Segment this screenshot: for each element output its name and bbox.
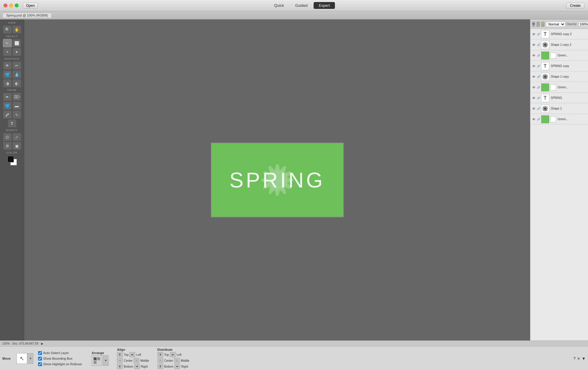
dodge-tool[interactable]: ◑ (3, 79, 12, 87)
layer-visibility-toggle[interactable]: 👁 (532, 96, 536, 100)
layer-name: Shape 1 copy (551, 75, 587, 78)
eye-tool[interactable]: 👁 (3, 61, 12, 70)
show-highlight-checkbox: Show Highlight on Rollover (38, 362, 82, 366)
brush-tool[interactable]: ✒ (3, 93, 12, 101)
eye-icon: 👁 (532, 22, 535, 27)
opacity-input[interactable]: 100% (579, 22, 588, 27)
heal-tool[interactable]: ✏ (12, 61, 21, 70)
nav-guided[interactable]: Guided (290, 2, 313, 9)
options-row: Move ↖ ▼ Auto Select Layer Show Bounding… (2, 348, 586, 369)
dist-middle-button[interactable]: ↕ (174, 358, 180, 363)
show-highlight-input[interactable] (38, 362, 42, 366)
main-layout: VIEW 🔍 ✋ SELECT ↖ ⬜ ⌖ ✦ ENHANCE 👁 ✏ 🪣 💧 … (0, 19, 588, 340)
layer-item[interactable]: 👁 🔗 Green... (530, 50, 588, 61)
expand-icon[interactable]: ▶ (41, 342, 43, 345)
maximize-button[interactable] (15, 4, 19, 7)
hand-tool[interactable]: ✋ (12, 25, 21, 34)
layer-visibility-toggle[interactable]: 👁 (532, 107, 536, 111)
layer-item[interactable]: 👁 🔗 Shape 1 copy (530, 71, 588, 82)
section-draw: DRAW (0, 88, 24, 92)
auto-select-input[interactable] (38, 351, 42, 355)
arrange-dropdown[interactable]: ▼ (103, 355, 109, 366)
tab-spring-psd[interactable]: Spring.psd @ 100% (RGB/8) (2, 13, 52, 18)
align-top-button[interactable]: ⬆ (117, 352, 123, 357)
minimize-button[interactable] (9, 4, 13, 7)
nav-expert[interactable]: Expert (314, 2, 335, 9)
layer-thumbnail (541, 73, 549, 81)
layer-visibility-toggle[interactable]: 👁 (532, 53, 536, 58)
layer-visibility-toggle[interactable]: 👁 (532, 85, 536, 89)
align-left-button[interactable]: ⬅ (129, 352, 135, 357)
align-center-label: Center (124, 359, 133, 362)
layer-visibility-toggle[interactable]: 👁 (532, 75, 536, 79)
move-tool[interactable]: ↖ (3, 39, 12, 47)
move-tool-dropdown[interactable]: ▼ (27, 353, 33, 364)
layer-visibility-toggle[interactable]: 👁 (532, 64, 536, 68)
crop-tool[interactable]: ⊡ (3, 133, 12, 141)
text-tool[interactable]: T (8, 119, 17, 128)
layer-item[interactable]: 👁 🔗 Shape 1 (530, 103, 588, 114)
align-right-label: Right (141, 365, 148, 368)
layer-visibility-toggle[interactable]: 👁 (532, 117, 536, 121)
layer-item[interactable]: 👁 🔗 Shape 1 copy 2 (530, 40, 588, 50)
blur-tool[interactable]: 💧 (12, 70, 21, 79)
open-button[interactable]: Open (23, 3, 38, 9)
layer-visibility-toggle[interactable]: 👁 (532, 43, 536, 47)
arrange-icons: ▼ (92, 355, 109, 366)
distribute-buttons: ⬆ Top ⬅ Left ↔ Center ↕ Middle ⬇ Bottom … (157, 352, 189, 369)
panel-menu-icon[interactable]: ≡ (577, 356, 580, 361)
shape-tool[interactable]: ▬ (12, 102, 21, 110)
zoom-tool[interactable]: 🔍 (3, 25, 12, 34)
dist-row2: ↔ Center ↕ Middle (157, 358, 189, 363)
eyedropper-tool[interactable]: 💉 (3, 110, 12, 119)
dist-top-button[interactable]: ⬆ (157, 352, 163, 357)
create-button[interactable]: Create (566, 3, 584, 9)
layer-item[interactable]: 👁 🔗 T SPRING copy 2 (530, 29, 588, 40)
layer-item[interactable]: 👁 🔗 T SPRING (530, 93, 588, 103)
show-bounding-input[interactable] (38, 357, 42, 361)
paint-bucket-tool[interactable]: 🪣 (3, 102, 12, 110)
align-center-h-button[interactable]: ↔ (117, 358, 123, 363)
arrange-title: Arrange (92, 351, 107, 355)
transform-tool[interactable]: ⤢ (12, 133, 21, 141)
auto-select-label: Auto Select Layer (43, 351, 69, 355)
select-tools: ↖ ⬜ (0, 39, 24, 47)
chevron-down-icon[interactable]: ▼ (582, 356, 586, 361)
burn-tool[interactable]: ◐ (12, 79, 21, 87)
enhance-tools2: 🪣 💧 (0, 70, 24, 79)
clone-tool[interactable]: 🪣 (3, 70, 12, 79)
close-button[interactable] (4, 4, 7, 7)
help-icon[interactable]: ? (573, 356, 576, 361)
layer-name: SPRING copy (551, 64, 587, 68)
move-tool-icon[interactable]: ↖ (17, 353, 27, 364)
layer-item[interactable]: 👁 🔗 Green... (530, 114, 588, 125)
magic-wand-tool[interactable]: ✦ (12, 48, 21, 56)
layer-mask-thumbnail (550, 84, 556, 90)
gradient-tool[interactable]: ∿ (12, 110, 21, 119)
align-right-button[interactable]: ➡ (134, 364, 140, 369)
layer-item[interactable]: 👁 🔗 T SPRING copy (530, 61, 588, 71)
dist-bottom-button[interactable]: ⬇ (157, 364, 163, 369)
settings-tool[interactable]: ⚙ (3, 142, 12, 150)
align-bottom-button[interactable]: ⬇ (117, 364, 123, 369)
lasso-tool[interactable]: ⌖ (3, 48, 12, 56)
align-middle-button[interactable]: ↕ (133, 358, 139, 363)
doc-size: Doc: 675.0K/667.5K (12, 342, 39, 345)
layer-thumbnail (541, 41, 549, 49)
section-view: VIEW (0, 21, 24, 25)
nav-quick[interactable]: Quick (269, 2, 289, 9)
eraser-tool[interactable]: ⌦ (12, 93, 21, 101)
dist-center-button[interactable]: ↔ (157, 358, 163, 363)
dist-left-button[interactable]: ⬅ (170, 352, 176, 357)
recompose-tool[interactable]: ▣ (12, 142, 21, 150)
layer-visibility-toggle[interactable]: 👁 (532, 32, 536, 36)
dist-right-button[interactable]: ➡ (174, 364, 180, 369)
options-bar: Move ↖ ▼ Auto Select Layer Show Bounding… (0, 346, 588, 370)
show-bounding-checkbox: Show Bounding Box (38, 357, 82, 361)
blend-mode-select[interactable]: Normal (546, 22, 565, 27)
distribute-title: Distribute (157, 348, 188, 351)
layer-link-icon: 🔗 (537, 86, 540, 89)
marquee-tool[interactable]: ⬜ (12, 39, 21, 47)
layer-item[interactable]: 👁 🔗 Green... (530, 82, 588, 93)
align-row2: ↔ Center ↕ Middle (117, 358, 149, 363)
